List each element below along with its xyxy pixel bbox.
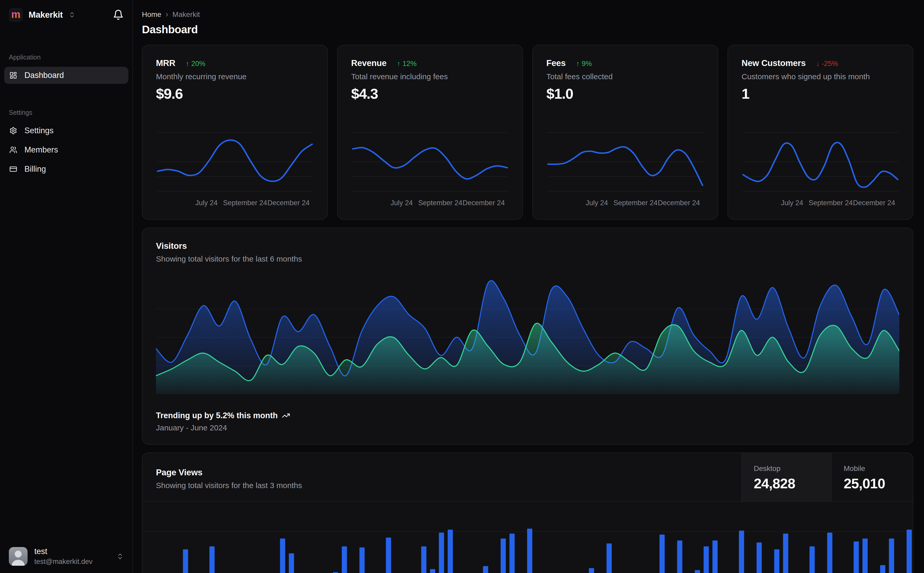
stat-value: $9.6 <box>156 85 314 102</box>
stat-title: New Customers <box>742 58 806 68</box>
sidebar-header: m Makerkit <box>0 0 133 22</box>
arrow-up-icon: ↑ <box>576 60 580 68</box>
tab-label: Mobile <box>844 465 913 473</box>
x-tick: September 24 <box>809 199 853 207</box>
page-views-header: Page Views Showing total visitors for th… <box>143 453 913 502</box>
stat-title: Revenue <box>351 58 386 68</box>
fees-sparkline-chart: July 24 September 24 December 24 <box>546 129 704 208</box>
tab-label: Desktop <box>754 465 831 473</box>
stat-value: $4.3 <box>351 85 509 102</box>
stat-value: 1 <box>742 85 899 102</box>
user-email: test@makerkit.dev <box>34 558 93 566</box>
trend-badge: ↑ 9% <box>576 60 592 68</box>
x-tick: July 24 <box>391 199 413 207</box>
arrow-up-icon: ↑ <box>397 60 400 68</box>
nav-section-settings: Settings <box>4 109 129 116</box>
stat-card-fees: Fees ↑ 9% Total fees collected $1.0 July… <box>532 45 718 220</box>
page-title: Dashboard <box>142 23 913 36</box>
stat-title: Fees <box>546 58 566 68</box>
user-menu[interactable]: test test@makerkit.dev <box>0 540 133 573</box>
user-avatar <box>9 547 28 566</box>
page-views-card: Page Views Showing total visitors for th… <box>142 452 913 573</box>
breadcrumb-home-link[interactable]: Home <box>142 10 162 19</box>
chevrons-up-down-icon <box>69 11 75 18</box>
stat-value: $1.0 <box>546 85 704 102</box>
bell-icon <box>113 9 124 20</box>
x-tick: December 24 <box>853 199 895 207</box>
trending-up-icon <box>282 412 290 420</box>
stat-subtitle: Customers who signed up this month <box>742 72 899 81</box>
page-views-subtitle: Showing total visitors for the last 3 mo… <box>156 481 728 490</box>
trend-badge: ↑ 20% <box>186 60 206 68</box>
workspace-name: Makerkit <box>28 10 63 20</box>
breadcrumb-current: Makerkit <box>172 10 200 19</box>
makerkit-logo-icon: m <box>9 8 23 22</box>
tab-value: 25,010 <box>844 475 913 492</box>
arrow-down-icon: ↓ <box>816 60 820 68</box>
nav-section-application: Application <box>4 53 129 61</box>
visitors-title: Visitors <box>156 241 899 251</box>
sidebar-item-label: Members <box>24 145 58 155</box>
visitors-subtitle: Showing total visitors for the last 6 mo… <box>156 255 899 263</box>
sidebar-item-label: Settings <box>24 126 53 135</box>
sidebar-item-label: Billing <box>24 164 46 174</box>
sidebar-item-settings[interactable]: Settings <box>4 122 129 139</box>
tab-desktop[interactable]: Desktop 24,828 <box>741 453 831 501</box>
x-tick: September 24 <box>613 199 657 207</box>
x-tick: December 24 <box>463 199 505 207</box>
sidebar-item-label: Dashboard <box>24 70 64 80</box>
main-content: Home › Makerkit Dashboard MRR ↑ 20% Mont… <box>133 0 924 573</box>
stat-subtitle: Monthly recurring revenue <box>156 72 314 81</box>
x-tick: July 24 <box>195 199 218 207</box>
stat-subtitle: Total fees collected <box>546 72 704 81</box>
visitors-area-chart <box>156 277 899 399</box>
breadcrumb: Home › Makerkit <box>142 10 913 19</box>
sidebar: m Makerkit Application Dashboard Setting… <box>0 0 133 573</box>
trend-value: -25% <box>822 60 838 68</box>
new-customers-sparkline-chart: July 24 September 24 December 24 <box>742 129 899 208</box>
tab-value: 24,828 <box>754 475 831 492</box>
notifications-button[interactable] <box>113 9 124 20</box>
tab-mobile[interactable]: Mobile 25,010 <box>831 453 913 501</box>
users-icon <box>9 146 17 154</box>
chevron-right-separator: › <box>166 10 168 18</box>
workspace-switcher[interactable]: m Makerkit <box>9 8 75 22</box>
stat-subtitle: Total revenue including fees <box>351 72 509 81</box>
stat-card-new-customers: New Customers ↓ -25% Customers who signe… <box>728 45 913 220</box>
trend-badge: ↓ -25% <box>816 60 838 68</box>
visitors-date-range: January - June 2024 <box>156 423 899 432</box>
x-tick: December 24 <box>267 199 309 207</box>
visitors-trend-text: Trending up by 5.2% this month <box>156 411 278 420</box>
x-tick: September 24 <box>418 199 463 207</box>
trend-value: 12% <box>403 60 417 68</box>
page-views-bar-chart <box>143 504 913 573</box>
stat-card-mrr: MRR ↑ 20% Monthly recurring revenue $9.6… <box>142 45 328 220</box>
layout-dashboard-icon <box>9 71 17 79</box>
sidebar-item-billing[interactable]: Billing <box>4 161 129 178</box>
user-name: test <box>34 547 93 556</box>
x-tick: July 24 <box>781 199 803 207</box>
arrow-up-icon: ↑ <box>186 60 190 68</box>
stat-card-revenue: Revenue ↑ 12% Total revenue including fe… <box>337 45 523 220</box>
mrr-sparkline-chart: July 24 September 24 December 24 <box>156 129 314 208</box>
stat-cards-row: MRR ↑ 20% Monthly recurring revenue $9.6… <box>142 45 913 220</box>
x-tick: July 24 <box>585 199 608 207</box>
sidebar-nav: Application Dashboard Settings Settings … <box>0 53 133 178</box>
trend-badge: ↑ 12% <box>397 60 417 68</box>
chevrons-up-down-icon <box>116 553 124 560</box>
sidebar-item-members[interactable]: Members <box>4 141 129 158</box>
page-views-title: Page Views <box>156 468 728 478</box>
gear-icon <box>9 127 17 135</box>
x-tick: December 24 <box>658 199 700 207</box>
visitors-card: Visitors Showing total visitors for the … <box>142 227 913 445</box>
credit-card-icon <box>9 165 17 173</box>
trend-value: 9% <box>582 60 592 68</box>
sidebar-item-dashboard[interactable]: Dashboard <box>4 67 129 84</box>
revenue-sparkline-chart: July 24 September 24 December 24 <box>351 129 509 208</box>
trend-value: 20% <box>191 60 206 68</box>
visitors-footer: Trending up by 5.2% this month January -… <box>156 411 899 432</box>
stat-title: MRR <box>156 58 176 68</box>
x-tick: September 24 <box>223 199 267 207</box>
